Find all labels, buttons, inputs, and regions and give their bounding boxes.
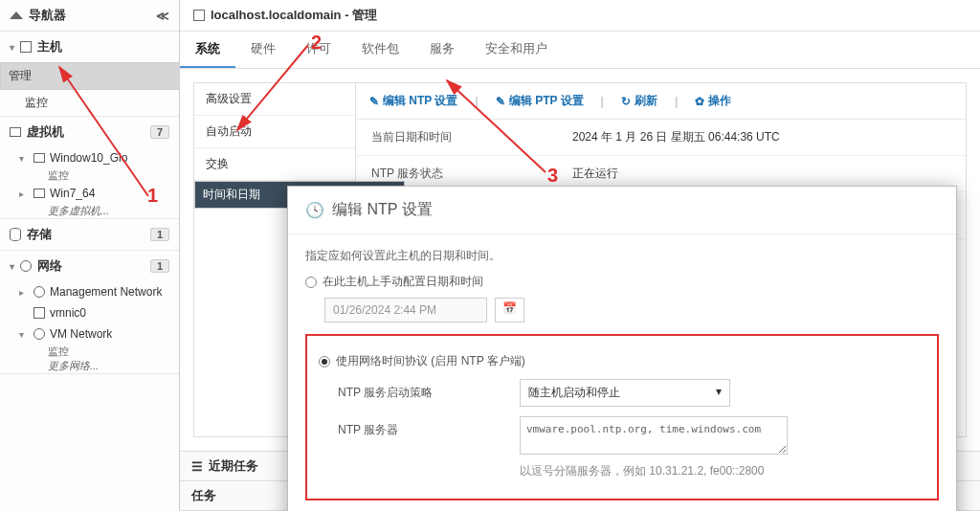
network-count-badge: 1	[150, 259, 169, 273]
pencil-icon: ✎	[496, 95, 505, 108]
net-item-vmnic0[interactable]: vmnic0	[0, 302, 179, 323]
separator: |	[675, 95, 678, 108]
chevron-down-icon: ▾	[19, 153, 29, 164]
tab-system[interactable]: 系统	[180, 32, 235, 68]
datetime-input[interactable]	[324, 298, 487, 322]
collapse-icon[interactable]: ≪	[156, 9, 169, 23]
chevron-down-icon: ▾	[716, 385, 722, 401]
chevron-down-icon: ▾	[10, 42, 14, 53]
tasks-label: 任务	[191, 487, 216, 504]
policy-select[interactable]: 随主机启动和停止 ▾	[520, 379, 730, 407]
net-child-monitor[interactable]: 监控	[0, 344, 179, 359]
sidebar-item-manage[interactable]: 管理	[0, 62, 211, 90]
chevron-down-icon: ▾	[19, 329, 29, 340]
radio-manual-label: 在此主机上手动配置日期和时间	[323, 274, 483, 290]
edit-ntp-label: 编辑 NTP 设置	[383, 93, 457, 109]
vm-name: Window10_Glo	[50, 151, 127, 165]
annotation-1: 1	[147, 185, 158, 207]
sidebar-network-section[interactable]: ▾ 网络 1	[0, 251, 179, 281]
edit-ntp-dialog: 🕓 编辑 NTP 设置 指定应如何设置此主机的日期和时间。 在此主机上手动配置日…	[287, 186, 957, 511]
tab-hardware[interactable]: 硬件	[235, 32, 291, 68]
host-icon	[20, 41, 32, 53]
host-label: 主机	[37, 38, 62, 56]
navigator-title: 导航器	[29, 7, 66, 24]
separator: |	[475, 95, 478, 108]
annotation-3: 3	[547, 165, 558, 187]
servers-textarea[interactable]	[520, 416, 788, 455]
sidebar-vm-section[interactable]: 虚拟机 7	[0, 117, 179, 147]
vm-label: 虚拟机	[27, 123, 64, 141]
network-icon	[20, 260, 32, 272]
net-name: VM Network	[50, 327, 112, 341]
refresh-icon: ↻	[621, 95, 631, 108]
storage-icon	[10, 228, 21, 241]
vm-name: Win7_64	[50, 187, 95, 200]
gear-icon: ✿	[695, 95, 704, 108]
servers-label: NTP 服务器	[319, 416, 520, 438]
highlighted-section: 使用网络时间协议 (启用 NTP 客户端) NTP 服务启动策略 随主机启动和停…	[305, 334, 939, 500]
radio-ntp[interactable]: 使用网络时间协议 (启用 NTP 客户端)	[319, 353, 925, 369]
sidebar-item-monitor[interactable]: 监控	[0, 90, 179, 116]
vm-icon	[10, 127, 21, 137]
list-icon: ☰	[191, 459, 203, 474]
dialog-description: 指定应如何设置此主机的日期和时间。	[305, 248, 939, 264]
refresh-button[interactable]: ↻ 刷新	[621, 93, 657, 109]
net-name: vmnic0	[50, 306, 86, 320]
network-icon	[33, 286, 45, 298]
page-title: localhost.localdomain - 管理	[211, 7, 377, 24]
subnav-autostart[interactable]: 自动启动	[194, 116, 355, 148]
pencil-icon: ✎	[369, 95, 379, 108]
calendar-icon[interactable]: 📅	[495, 298, 524, 322]
separator: |	[601, 95, 604, 108]
network-label: 网络	[37, 257, 62, 275]
policy-value: 随主机启动和停止	[528, 385, 620, 401]
title-bar: localhost.localdomain - 管理	[180, 0, 980, 32]
nic-icon	[33, 307, 45, 319]
chevron-right-icon: ▸	[19, 287, 29, 298]
edit-ptp-button[interactable]: ✎ 编辑 PTP 设置	[496, 93, 584, 109]
navigator-sidebar: 导航器 ≪ ▾ 主机 管理 监控 虚拟机 7 ▾ Window10_Glo	[0, 0, 180, 511]
annotation-2: 2	[311, 32, 322, 54]
storage-count-badge: 1	[150, 228, 169, 241]
dialog-header: 🕓 编辑 NTP 设置	[288, 187, 956, 234]
edit-ptp-label: 编辑 PTP 设置	[509, 93, 584, 109]
radio-icon	[319, 356, 330, 367]
clock-icon: 🕓	[305, 201, 324, 219]
subnav-swap[interactable]: 交换	[194, 148, 355, 181]
net-more[interactable]: 更多网络...	[0, 359, 179, 373]
net-name: Management Network	[50, 285, 162, 299]
refresh-label: 刷新	[635, 93, 657, 109]
vm-icon	[33, 189, 45, 198]
edit-ntp-button[interactable]: ✎ 编辑 NTP 设置	[369, 93, 457, 109]
tab-services[interactable]: 服务	[414, 32, 470, 68]
tab-packages[interactable]: 软件包	[346, 32, 414, 68]
sidebar-storage-section[interactable]: 存储 1	[0, 219, 179, 250]
recent-tasks-label: 近期任务	[209, 457, 258, 475]
radio-icon	[305, 277, 317, 288]
subnav-advanced[interactable]: 高级设置	[194, 83, 355, 116]
home-icon	[10, 11, 23, 19]
dialog-title: 编辑 NTP 设置	[332, 200, 433, 220]
chevron-down-icon: ▾	[10, 261, 14, 272]
current-time-label: 当前日期和时间	[356, 120, 557, 155]
storage-label: 存储	[27, 226, 52, 243]
chevron-right-icon: ▸	[19, 189, 29, 199]
actions-button[interactable]: ✿ 操作	[695, 93, 731, 109]
vm-icon	[33, 153, 45, 163]
net-item-vmnetwork[interactable]: ▾ VM Network	[0, 323, 179, 344]
vm-count-badge: 7	[150, 125, 169, 139]
radio-manual[interactable]: 在此主机上手动配置日期和时间	[305, 274, 939, 290]
servers-help: 以逗号分隔服务器，例如 10.31.21.2, fe00::2800	[520, 463, 925, 479]
network-icon	[33, 328, 45, 340]
policy-label: NTP 服务启动策略	[319, 379, 520, 401]
tab-security[interactable]: 安全和用户	[470, 32, 563, 68]
sidebar-header: 导航器 ≪	[0, 0, 179, 32]
vm-child-monitor[interactable]: 监控	[0, 168, 179, 183]
tab-bar: 系统 硬件 许可 软件包 服务 安全和用户	[180, 32, 980, 69]
sidebar-host-section[interactable]: ▾ 主机	[0, 32, 179, 62]
vm-item-window10[interactable]: ▾ Window10_Glo	[0, 147, 179, 168]
net-item-mgmt[interactable]: ▸ Management Network	[0, 281, 179, 302]
host-icon	[193, 10, 205, 21]
radio-ntp-label: 使用网络时间协议 (启用 NTP 客户端)	[336, 353, 525, 369]
actions-label: 操作	[708, 93, 731, 109]
